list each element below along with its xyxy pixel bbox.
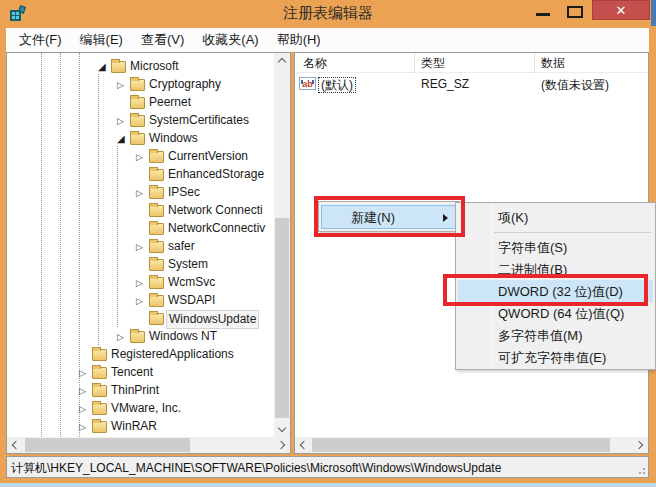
menubar-item-2[interactable]: 查看(V): [132, 28, 193, 52]
tree-item-label[interactable]: Windows NT: [147, 328, 219, 345]
expand-icon[interactable]: ▷: [79, 366, 91, 380]
tree-horizontal-scrollbar[interactable]: [7, 437, 290, 453]
submenu-item-label: 项(K): [498, 209, 528, 227]
tree-item-currentversion[interactable]: ▷CurrentVersion: [7, 148, 274, 166]
scroll-left-icon[interactable]: [7, 437, 23, 453]
scroll-left-icon[interactable]: [295, 437, 311, 453]
tree-item-peernet[interactable]: Peernet: [7, 94, 274, 112]
submenu-item-7[interactable]: 可扩充字符串值(E): [458, 346, 653, 368]
tree-item-label[interactable]: WindowsUpdate: [166, 310, 259, 329]
column-header-type[interactable]: 类型: [421, 55, 445, 72]
minimize-button[interactable]: [528, 0, 558, 20]
tree-item-label[interactable]: Tencent: [109, 364, 155, 381]
values-horizontal-scrollbar[interactable]: [295, 437, 648, 453]
scrollbar-thumb[interactable]: [25, 438, 190, 452]
menubar-item-1[interactable]: 编辑(E): [71, 28, 132, 52]
folder-icon: [92, 421, 107, 433]
tree-item-networkconnectiv[interactable]: NetworkConnectiv: [7, 220, 274, 238]
tree-item-label[interactable]: VMware, Inc.: [109, 400, 183, 417]
expand-icon[interactable]: ▷: [79, 420, 91, 434]
selected-key-path: 计算机\HKEY_LOCAL_MACHINE\SOFTWARE\Policies…: [11, 460, 501, 477]
submenu-item-2[interactable]: 字符串值(S): [458, 236, 653, 258]
menubar-item-3[interactable]: 收藏夹(A): [193, 28, 267, 52]
tree-item-enhancedstorage[interactable]: EnhancedStorage: [7, 166, 274, 184]
tree-item-label[interactable]: Network Connecti: [166, 202, 265, 219]
value-row-default[interactable]: ab (默认) REG_SZ (数值未设置): [295, 76, 648, 94]
submenu-item-6[interactable]: 多字符串值(M): [458, 324, 653, 346]
expand-icon[interactable]: ▷: [117, 330, 129, 344]
expand-icon[interactable]: ▷: [136, 240, 148, 254]
tree-item-windows-nt[interactable]: ▷Windows NT: [7, 328, 274, 346]
maximize-icon: [567, 6, 583, 18]
scroll-down-icon[interactable]: [274, 421, 290, 437]
expand-icon[interactable]: ▷: [117, 114, 129, 128]
expand-icon[interactable]: ▷: [79, 384, 91, 398]
tree-item-systemcertificates[interactable]: ▷SystemCertificates: [7, 112, 274, 130]
tree-item-label[interactable]: Microsoft: [128, 58, 181, 75]
column-separator[interactable]: [414, 53, 415, 73]
folder-icon: [130, 79, 145, 91]
tree-item-registeredapplications[interactable]: RegisteredApplications: [7, 346, 274, 364]
tree-item-windowsupdate[interactable]: WindowsUpdate: [7, 310, 274, 328]
submenu-item-label: 字符串值(S): [498, 239, 567, 257]
tree-item-label[interactable]: System: [166, 256, 210, 273]
tree-item-label[interactable]: Peernet: [147, 94, 193, 111]
annotation-box-dword: [443, 274, 648, 306]
tree-item-wcmsvc[interactable]: ▷WcmSvc: [7, 274, 274, 292]
menubar-item-4[interactable]: 帮助(H): [268, 28, 330, 52]
registry-editor-window: 注册表编辑器 ✕ 文件(F)编辑(E)查看(V)收藏夹(A)帮助(H) ◢Mic…: [0, 0, 656, 487]
resize-grip-icon[interactable]: [633, 462, 645, 474]
close-button[interactable]: ✕: [592, 0, 650, 20]
column-separator[interactable]: [534, 53, 535, 73]
expand-icon[interactable]: ▷: [136, 276, 148, 290]
expand-icon[interactable]: ▷: [79, 402, 91, 416]
collapse-icon[interactable]: ◢: [117, 132, 129, 146]
menubar-item-0[interactable]: 文件(F): [10, 28, 71, 52]
scroll-up-icon[interactable]: [274, 53, 290, 69]
tree-item-label[interactable]: IPSec: [166, 184, 202, 201]
tree-item-label[interactable]: ThinPrint: [109, 382, 161, 399]
scroll-right-icon[interactable]: [274, 437, 290, 453]
scroll-right-icon[interactable]: [632, 437, 648, 453]
maximize-button[interactable]: [560, 0, 590, 20]
tree-item-label[interactable]: Cryptography: [147, 76, 223, 93]
expand-icon[interactable]: ▷: [117, 78, 129, 92]
scrollbar-thumb[interactable]: [312, 438, 610, 452]
tree-item-label[interactable]: Windows: [147, 130, 200, 147]
tree-item-label[interactable]: EnhancedStorage: [166, 166, 266, 183]
folder-icon: [149, 277, 164, 289]
tree-item-wsdapi[interactable]: ▷WSDAPI: [7, 292, 274, 310]
submenu-item-0[interactable]: 项(K): [458, 206, 653, 228]
column-header-name[interactable]: 名称: [303, 55, 327, 72]
tree-item-label[interactable]: WSDAPI: [166, 292, 217, 309]
tree-item-label[interactable]: safer: [166, 238, 197, 255]
tree-item-thinprint[interactable]: ▷ThinPrint: [7, 382, 274, 400]
tree-item-network-connecti[interactable]: Network Connecti: [7, 202, 274, 220]
tree-item-microsoft[interactable]: ◢Microsoft: [7, 58, 274, 76]
tree-item-ipsec[interactable]: ▷IPSec: [7, 184, 274, 202]
tree-item-system[interactable]: System: [7, 256, 274, 274]
scrollbar-thumb[interactable]: [275, 218, 289, 418]
tree-item-winrar[interactable]: ▷WinRAR: [7, 418, 274, 436]
column-header-data[interactable]: 数据: [541, 55, 565, 72]
tree-item-label[interactable]: WinRAR: [109, 418, 159, 435]
folder-icon: [149, 241, 164, 253]
folder-icon: [92, 385, 107, 397]
tree-item-cryptography[interactable]: ▷Cryptography: [7, 76, 274, 94]
tree-item-safer[interactable]: ▷safer: [7, 238, 274, 256]
tree-item-label[interactable]: WcmSvc: [166, 274, 217, 291]
tree-item-vmware-inc-[interactable]: ▷VMware, Inc.: [7, 400, 274, 418]
submenu-item-label: 可扩充字符串值(E): [498, 349, 606, 367]
tree-item-label[interactable]: SystemCertificates: [147, 112, 251, 129]
tree-item-label[interactable]: RegisteredApplications: [109, 346, 236, 363]
expand-icon[interactable]: ▷: [136, 294, 148, 308]
collapse-icon[interactable]: ◢: [98, 60, 110, 74]
tree-item-tencent[interactable]: ▷Tencent: [7, 364, 274, 382]
tree-item-label[interactable]: NetworkConnectiv: [166, 220, 267, 237]
expand-icon[interactable]: ▷: [136, 150, 148, 164]
expand-icon[interactable]: ▷: [136, 186, 148, 200]
folder-icon: [149, 313, 164, 325]
tree-item-label[interactable]: CurrentVersion: [166, 148, 250, 165]
tree-vertical-scrollbar[interactable]: [274, 53, 290, 437]
tree-item-windows[interactable]: ◢Windows: [7, 130, 274, 148]
